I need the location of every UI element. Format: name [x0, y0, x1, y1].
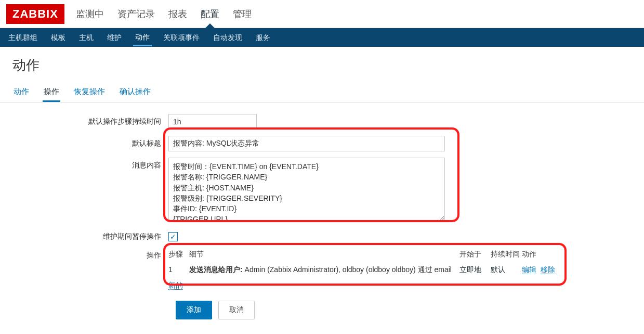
label-duration: 默认操作步骤持续时间 — [12, 114, 168, 126]
subnav-maintenance[interactable]: 维护 — [105, 29, 124, 46]
tabs: 动作 操作 恢复操作 确认操作 — [0, 82, 644, 102]
subnav-templates[interactable]: 模板 — [49, 29, 68, 46]
nav-reports[interactable]: 报表 — [167, 1, 188, 28]
ops-h-action: 动作 — [522, 250, 563, 259]
subnav-hostgroups[interactable]: 主机群组 — [6, 29, 40, 46]
label-subject: 默认标题 — [12, 136, 168, 148]
sub-bar: 主机群组 模板 主机 维护 动作 关联项事件 自动发现 服务 — [0, 28, 644, 47]
ops-header: 步骤 细节 开始于 持续时间 动作 — [168, 248, 563, 263]
row-operations: 操作 步骤 细节 开始于 持续时间 动作 1 发送消息给用户: Admin (Z… — [12, 248, 632, 290]
cancel-button[interactable]: 取消 — [218, 301, 255, 319]
ops-h-steps: 步骤 — [168, 250, 189, 259]
ops-remove-link[interactable]: 移除 — [541, 265, 555, 274]
label-message: 消息内容 — [12, 158, 168, 170]
operations-table: 步骤 细节 开始于 持续时间 动作 1 发送消息给用户: Admin (Zabb… — [168, 248, 563, 290]
ops-h-duration: 持续时间 — [491, 250, 522, 259]
ops-edit-link[interactable]: 编辑 — [522, 265, 536, 274]
label-operations: 操作 — [12, 248, 168, 260]
ops-start: 立即地 — [459, 265, 491, 275]
subnav-correlation[interactable]: 关联项事件 — [161, 29, 202, 46]
nav-administration[interactable]: 管理 — [232, 1, 253, 28]
textarea-message[interactable] — [168, 158, 445, 221]
form-area: 默认操作步骤持续时间 默认标题 消息内容 维护期间暂停操作 ✓ 操作 步骤 细节 — [0, 102, 644, 334]
subnav-services[interactable]: 服务 — [254, 29, 272, 46]
label-pause: 维护期间暂停操作 — [12, 229, 168, 241]
tab-action[interactable]: 动作 — [12, 82, 30, 102]
tab-ack[interactable]: 确认操作 — [119, 82, 152, 102]
row-pause: 维护期间暂停操作 ✓ — [12, 229, 632, 241]
ops-actions: 编辑 移除 — [522, 265, 563, 275]
input-duration[interactable] — [168, 114, 257, 130]
logo: ZABBIX — [6, 4, 64, 24]
row-subject: 默认标题 — [12, 136, 632, 151]
nav-inventory[interactable]: 资产记录 — [116, 1, 156, 28]
tab-recovery[interactable]: 恢复操作 — [73, 82, 106, 102]
subnav-hosts[interactable]: 主机 — [77, 29, 96, 46]
checkbox-pause[interactable]: ✓ — [168, 232, 178, 241]
page-title: 动作 — [0, 47, 644, 82]
tab-operations[interactable]: 操作 — [43, 82, 60, 102]
top-bar: ZABBIX 监测中 资产记录 报表 配置 管理 — [0, 0, 644, 28]
ops-step: 1 — [168, 265, 189, 274]
ops-detail-label: 发送消息给用户: — [189, 265, 243, 274]
ops-h-start: 开始于 — [459, 250, 491, 259]
ops-new-row: 新的 — [168, 278, 563, 290]
button-row: 添加 取消 — [12, 301, 632, 319]
ops-h-detail: 细节 — [189, 250, 459, 259]
ops-detail-text: Admin (Zabbix Administrator), oldboy (ol… — [243, 265, 452, 274]
ops-detail: 发送消息给用户: Admin (Zabbix Administrator), o… — [189, 265, 459, 275]
input-subject[interactable] — [168, 136, 445, 151]
row-message: 消息内容 — [12, 158, 632, 223]
top-nav: 监测中 资产记录 报表 配置 管理 — [75, 1, 253, 28]
row-duration: 默认操作步骤持续时间 — [12, 114, 632, 130]
subnav-actions[interactable]: 动作 — [133, 29, 152, 46]
nav-monitoring[interactable]: 监测中 — [75, 1, 105, 28]
nav-configuration[interactable]: 配置 — [200, 1, 220, 28]
new-operation-link[interactable]: 新的 — [168, 281, 183, 290]
add-button[interactable]: 添加 — [176, 301, 212, 319]
ops-row-1: 1 发送消息给用户: Admin (Zabbix Administrator),… — [168, 263, 563, 278]
subnav-discovery[interactable]: 自动发现 — [211, 29, 244, 46]
ops-duration: 默认 — [491, 265, 522, 275]
